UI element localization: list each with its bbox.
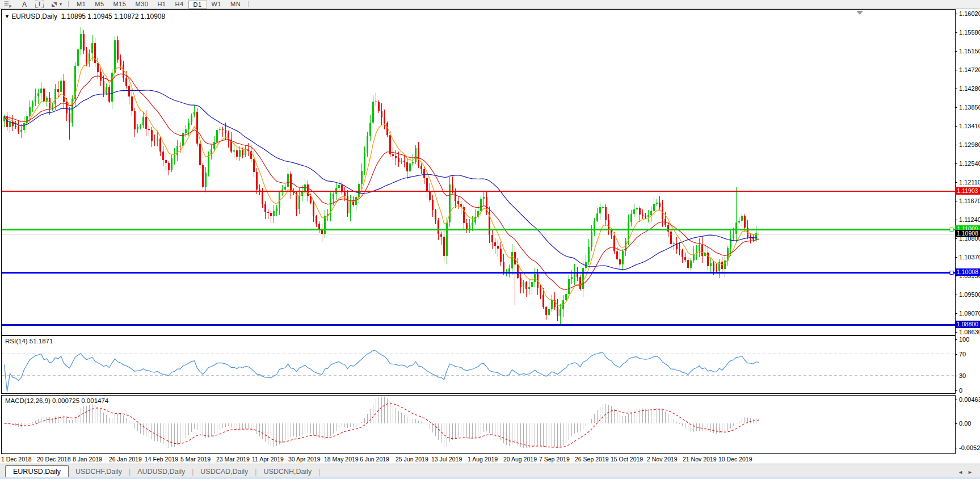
timeframe-button-M15[interactable]: M15 xyxy=(109,1,131,8)
timeframe-group: M1M5M15M30H1H4D1W1MN xyxy=(72,0,245,9)
tab-AUDUSD[interactable]: AUDUSD,Daily xyxy=(131,466,192,477)
date-tick-label: 15 Oct 2019 xyxy=(611,456,643,463)
macd-level-label-tick xyxy=(955,400,957,400)
date-tick-label: 7 Sep 2019 xyxy=(539,456,570,463)
date-tick-label: 20 Dec 2018 xyxy=(37,456,71,463)
macd-level-label-tick xyxy=(955,448,957,448)
timeframe-button-D1[interactable]: D1 xyxy=(188,1,207,9)
collapse-triangle-icon[interactable]: ▼ xyxy=(5,14,10,19)
macd-chart xyxy=(2,396,955,453)
date-tick-label: 5 Mar 2019 xyxy=(180,456,211,463)
fibonacci-icon[interactable]: F xyxy=(0,1,16,8)
tab-USDCHF[interactable]: USDCHF,Daily xyxy=(69,466,129,477)
date-tick-label: 6 Jun 2019 xyxy=(360,456,389,463)
date-tick-label: 26 Sep 2019 xyxy=(575,456,609,463)
ohlc-low: 1.10872 xyxy=(114,12,138,20)
price-tick-label: 1.11240 xyxy=(959,216,980,223)
date-tick-label: 1 Aug 2019 xyxy=(468,456,498,463)
price-tick-label-tick xyxy=(955,238,957,239)
chart-title: ▼ EURUSD,Daily 1.10895 1.10945 1.10872 1… xyxy=(5,12,165,20)
price-tick-label: 1.15150 xyxy=(959,48,980,54)
arrows-dropdown-caret[interactable]: ▾ xyxy=(60,2,62,7)
date-axis[interactable]: 1 Dec 201820 Dec 20188 Jan 201926 Jan 20… xyxy=(1,454,956,464)
price-badge-1.10908: 1.10908 xyxy=(955,230,980,237)
macd-level-label-tick xyxy=(955,423,957,424)
price-tick-label-tick xyxy=(955,70,957,70)
price-tick-label-tick xyxy=(955,257,957,258)
price-badge-1.08800: 1.08800 xyxy=(955,321,980,328)
price-tick-label: 1.12980 xyxy=(959,141,980,148)
chart-symbol-label: EURUSD,Daily xyxy=(11,12,57,20)
toolbar-separator xyxy=(248,1,249,7)
ohlc-open: 1.10895 xyxy=(61,12,86,20)
date-tick-label: 8 Jan 2019 xyxy=(73,456,102,463)
price-tick-label-tick xyxy=(955,182,957,183)
price-tick-label: 1.12110 xyxy=(959,179,980,186)
rsi-chart xyxy=(2,336,955,393)
timeframe-button-W1[interactable]: W1 xyxy=(207,1,226,8)
timeframe-button-MN[interactable]: MN xyxy=(226,1,245,8)
text-icon[interactable]: A xyxy=(16,1,32,8)
price-tick-label-tick xyxy=(955,14,957,14)
price-tick-label: 1.12540 xyxy=(959,160,980,167)
ohlc-close: 1.10908 xyxy=(141,12,165,20)
tab-USDCNH[interactable]: USDCNH,Daily xyxy=(256,466,318,477)
price-chart-panel[interactable] xyxy=(1,9,956,335)
date-tick-label: 11 Apr 2019 xyxy=(252,456,284,463)
price-tick-label-tick xyxy=(955,313,957,314)
price-tick-label: 1.08630 xyxy=(959,329,980,335)
price-tick-label: 1.16020 xyxy=(959,10,980,17)
arrows-icon[interactable]: ▾ xyxy=(47,1,65,8)
price-tick-label: 1.09070 xyxy=(959,310,980,317)
macd-panel[interactable]: MACD(12,26,9) 0.000725 0.001474 xyxy=(1,395,956,454)
price-tick-label: 1.09500 xyxy=(959,291,980,298)
fibonacci-icon-glyph: F xyxy=(3,1,13,8)
timeframe-button-H4[interactable]: H4 xyxy=(170,1,188,8)
date-tick-label: 23 Mar 2019 xyxy=(216,456,250,463)
symbol-tab-bar: EURUSD,DailyUSDCHF,Daily|AUDUSD,Daily|US… xyxy=(0,464,980,477)
price-tick-label-tick xyxy=(955,295,957,295)
timeframe-button-H1[interactable]: H1 xyxy=(153,1,170,8)
price-tick-label: 1.15580 xyxy=(959,29,980,36)
top-toolbar: F A T ▾ M1M5M15M30H1H4D1W1MN xyxy=(0,0,980,9)
text-label-icon[interactable]: T xyxy=(35,1,44,8)
rsi-level-label-tick xyxy=(955,339,957,340)
date-tick-label: 13 Jul 2019 xyxy=(431,456,462,463)
price-tick-label-tick xyxy=(955,332,957,333)
date-tick-label: 1 Dec 2018 xyxy=(1,456,32,463)
rsi-level-label: 70 xyxy=(959,351,966,358)
price-tick-label-tick xyxy=(955,89,957,89)
price-tick-label-tick xyxy=(955,220,957,220)
rsi-label: RSI(14) 51.1871 xyxy=(5,338,53,344)
timeframe-button-M30[interactable]: M30 xyxy=(131,1,153,8)
rsi-level-label-tick xyxy=(955,354,957,355)
price-tick-label-tick xyxy=(955,32,957,33)
tab-USDCAD[interactable]: USDCAD,Daily xyxy=(194,466,255,477)
date-tick-label: 2 Nov 2019 xyxy=(647,456,678,463)
price-tick-label-tick xyxy=(955,276,957,276)
price-tick-label-tick xyxy=(955,126,957,127)
tab-separator: | xyxy=(318,466,320,477)
date-tick-label: 20 Aug 2019 xyxy=(503,456,537,463)
timeframe-button-M5[interactable]: M5 xyxy=(90,1,108,8)
rsi-panel[interactable]: RSI(14) 51.1871 xyxy=(1,335,956,394)
macd-level-label: 0.00 xyxy=(959,420,971,427)
price-tick-label-tick xyxy=(955,145,957,145)
price-tick-label-tick xyxy=(955,51,957,52)
candlestick-chart[interactable] xyxy=(2,10,955,335)
price-tick-label-tick xyxy=(955,163,957,164)
price-tick-label-tick xyxy=(955,201,957,201)
date-tick-label: 25 Jun 2019 xyxy=(396,456,428,463)
price-tick-label: 1.10370 xyxy=(959,254,980,260)
price-axis[interactable]: 1.160201.155801.151501.147201.142801.138… xyxy=(955,0,980,479)
svg-text:F: F xyxy=(9,5,11,8)
timeframe-button-M1[interactable]: M1 xyxy=(72,1,90,8)
macd-level-label: 0.00463 xyxy=(959,396,980,403)
price-tick-label-tick xyxy=(955,107,957,108)
tab-EURUSD[interactable]: EURUSD,Daily xyxy=(5,465,69,477)
rsi-level-label-tick xyxy=(955,376,957,376)
rsi-level-label-tick xyxy=(955,390,957,391)
date-tick-label: 21 Nov 2019 xyxy=(683,456,717,463)
date-tick-label: 18 May 2019 xyxy=(324,456,359,463)
price-badge-1.10008: 1.10008 xyxy=(955,268,980,276)
